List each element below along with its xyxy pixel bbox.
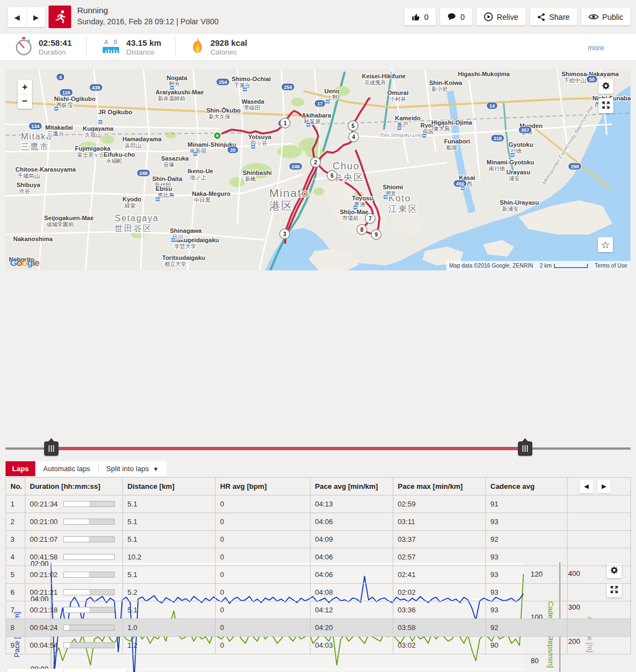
share-icon bbox=[537, 13, 546, 22]
station-icon bbox=[422, 134, 426, 138]
svg-text:Shinbashi: Shinbashi bbox=[243, 169, 272, 176]
svg-text:116: 116 bbox=[62, 90, 71, 95]
lap-row[interactable]: 300:21:075.1004:0903:3792 bbox=[6, 531, 631, 548]
lap-cell: 92 bbox=[486, 619, 568, 637]
map-favorite-button[interactable]: ☆ bbox=[598, 237, 613, 252]
svg-text:久我山: 久我山 bbox=[85, 132, 101, 138]
lap-duration-bar bbox=[63, 589, 115, 595]
tab-divider bbox=[98, 465, 99, 473]
svg-text:Hamadayama: Hamadayama bbox=[122, 136, 162, 142]
map-terms-link[interactable]: Terms of Use bbox=[591, 261, 630, 270]
route-lap-marker[interactable]: 5 bbox=[348, 121, 358, 131]
range-handle-right[interactable] bbox=[518, 441, 532, 456]
route-shield: 246 bbox=[137, 169, 150, 177]
lap-row[interactable]: 400:41:5810.2004:0602:5793 bbox=[6, 548, 631, 566]
svg-text:京成曳舟: 京成曳舟 bbox=[364, 79, 386, 86]
lap-duration-cell: 00:21:18 bbox=[25, 601, 123, 619]
prev-session-button[interactable]: ◀ bbox=[8, 7, 27, 27]
svg-text:Chitose-Karasuyama: Chitose-Karasuyama bbox=[15, 166, 76, 173]
map-label: Higashi-Mukojima bbox=[458, 71, 510, 77]
like-button[interactable]: 0 bbox=[404, 8, 436, 25]
lap-row[interactable]: 100:21:345.1004:1302:5991 bbox=[6, 495, 631, 513]
laps-tab-bar: Laps Automatic laps Split into laps ▼ bbox=[6, 461, 167, 476]
route-start-marker[interactable] bbox=[213, 132, 221, 140]
lap-cell: 04:06 bbox=[311, 566, 393, 584]
summary-stats-bar: 02:58:41Duration AB 43.15 kmDistance 292… bbox=[0, 34, 636, 61]
route-lap-marker[interactable]: 8 bbox=[357, 225, 367, 234]
svg-text:298: 298 bbox=[570, 164, 579, 169]
svg-text:成城学園前: 成城学園前 bbox=[46, 221, 74, 227]
lap-duration-value: 00:21:34 bbox=[30, 500, 58, 508]
svg-text:50: 50 bbox=[589, 77, 595, 82]
route-shield: 254 bbox=[216, 78, 229, 86]
public-label: Public bbox=[602, 13, 623, 22]
lap-cell: 02:41 bbox=[393, 566, 486, 584]
laps-column-header: Pace avg [min/km] bbox=[311, 478, 393, 495]
map-label: Hamadayama浜田山 bbox=[122, 136, 162, 148]
comment-icon bbox=[447, 13, 457, 21]
svg-text:三鷹市: 三鷹市 bbox=[21, 142, 49, 151]
laps-next-page-button[interactable]: ▶ bbox=[597, 480, 611, 493]
relive-button[interactable]: Relive bbox=[477, 8, 526, 25]
station-icon bbox=[251, 145, 255, 149]
lap-row[interactable]: 700:21:185.1004:1203:3693 bbox=[6, 601, 631, 619]
bottom-partial-button-2[interactable] bbox=[65, 669, 126, 672]
map-label: Shin-Ōkubo新大久保 bbox=[206, 107, 241, 120]
more-link[interactable]: more bbox=[587, 44, 604, 52]
route-lap-marker[interactable]: 4 bbox=[349, 132, 359, 142]
analysis-chart: Pace [min/km] Cadence [Steps/min] Altitu… bbox=[0, 279, 636, 444]
share-button[interactable]: Share bbox=[530, 8, 577, 25]
route-lap-marker[interactable]: 6 bbox=[327, 170, 337, 180]
tab-split-into-laps[interactable]: Split into laps ▼ bbox=[106, 465, 159, 473]
lap-row[interactable]: 800:04:241.0004:2003:5892 bbox=[6, 619, 631, 637]
svg-text:Nakanoshima: Nakanoshima bbox=[13, 236, 53, 242]
lap-row[interactable]: 200:21:005.1004:0603:1193 bbox=[6, 513, 631, 531]
lap-cell: 93 bbox=[486, 513, 568, 531]
lap-cell bbox=[568, 637, 631, 654]
tab-automatic-laps[interactable]: Automatic laps bbox=[43, 465, 90, 473]
distance-value: 43.15 km bbox=[126, 38, 161, 47]
tab-laps[interactable]: Laps bbox=[6, 461, 35, 476]
like-count: 0 bbox=[424, 13, 429, 22]
map-zoom-out-button[interactable]: − bbox=[18, 95, 32, 109]
svg-text:下落合: 下落合 bbox=[234, 82, 250, 88]
lap-row[interactable]: 500:21:025.1004:0602:4193 bbox=[6, 566, 631, 584]
map-label: Shin-Koiwa新小岩 bbox=[429, 79, 463, 92]
route-map[interactable]: Mitaka三鷹市Setagaya世田谷区Shibuya渋谷Minato港区Ch… bbox=[6, 69, 630, 270]
route-shield: 134 bbox=[29, 122, 42, 130]
station-icon bbox=[397, 126, 402, 130]
lap-row[interactable]: 900:04:541.2004:0303:0290 bbox=[6, 637, 631, 654]
range-handle-left[interactable] bbox=[44, 441, 58, 456]
svg-text:Keisei-Hikifune: Keisei-Hikifune bbox=[362, 73, 405, 79]
route-lap-marker[interactable]: 9 bbox=[371, 230, 381, 239]
lap-duration-value: 00:41:58 bbox=[30, 553, 58, 561]
header-actions: 0 0 Relive Share Public bbox=[404, 8, 630, 25]
next-session-button[interactable]: ▶ bbox=[27, 7, 46, 27]
stat-distance: AB 43.15 kmDistance bbox=[86, 37, 175, 58]
lap-row[interactable]: 600:21:215.2004:0802:0293 bbox=[6, 584, 631, 601]
svg-text:Toyosu: Toyosu bbox=[352, 195, 373, 201]
public-button[interactable]: Public bbox=[581, 8, 630, 25]
map-fullscreen-button[interactable] bbox=[598, 98, 613, 113]
laps-prev-page-button[interactable]: ◀ bbox=[580, 480, 593, 493]
lap-cell: 03:11 bbox=[393, 513, 486, 531]
time-range-selected[interactable] bbox=[51, 447, 525, 450]
lap-cell: 04:12 bbox=[311, 601, 393, 619]
map-label: Toritsudaigaku都立大学 bbox=[162, 254, 205, 267]
bottom-partial-button-1[interactable] bbox=[7, 669, 62, 672]
route-lap-marker[interactable]: 1 bbox=[280, 118, 290, 128]
route-lap-marker[interactable]: 7 bbox=[365, 214, 375, 223]
comment-button[interactable]: 0 bbox=[440, 8, 472, 25]
station-icon bbox=[383, 195, 388, 199]
svg-text:新井薬師前: 新井薬師前 bbox=[158, 95, 185, 102]
lap-cell: 4 bbox=[6, 548, 25, 566]
lap-cell: 93 bbox=[486, 584, 568, 601]
map-zoom-in-button[interactable]: + bbox=[18, 80, 32, 95]
stopwatch-icon bbox=[14, 36, 33, 58]
route-lap-marker[interactable]: 2 bbox=[311, 157, 320, 167]
svg-text:Mitakadai: Mitakadai bbox=[45, 124, 73, 131]
laps-column-header: HR avg [bpm] bbox=[216, 478, 311, 495]
route-lap-marker[interactable]: 3 bbox=[280, 229, 290, 239]
svg-text:市場前: 市場前 bbox=[342, 215, 359, 221]
map-settings-button[interactable] bbox=[598, 79, 613, 94]
